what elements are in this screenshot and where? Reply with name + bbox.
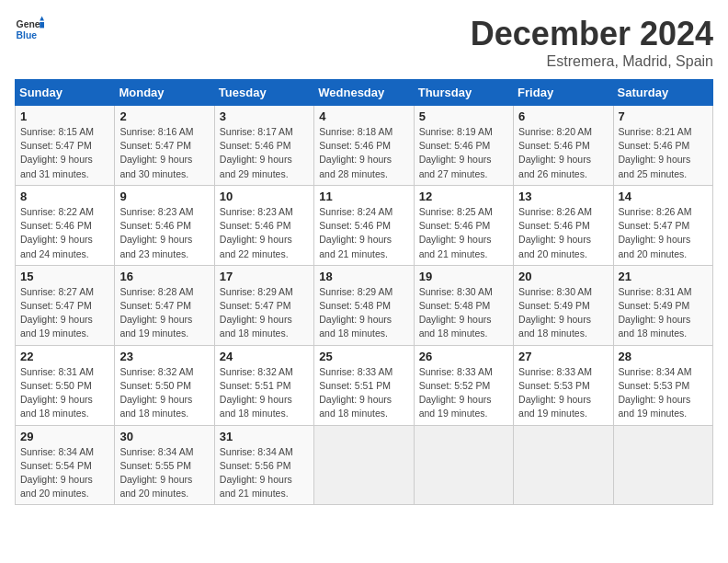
svg-text:Blue: Blue — [17, 30, 38, 40]
day-detail: Sunrise: 8:33 AMSunset: 5:53 PMDaylight:… — [518, 365, 608, 421]
calendar-day-cell — [514, 425, 613, 505]
title-area: December 2024 Estremera, Madrid, Spain — [471, 15, 713, 70]
calendar-day-cell — [414, 425, 513, 505]
day-number: 24 — [220, 350, 309, 363]
calendar-day-cell: 21Sunrise: 8:31 AMSunset: 5:49 PMDayligh… — [613, 265, 712, 345]
logo-icon: General Blue — [15, 15, 44, 44]
calendar-day-cell: 17Sunrise: 8:29 AMSunset: 5:47 PMDayligh… — [214, 265, 313, 345]
day-detail: Sunrise: 8:28 AMSunset: 5:47 PMDaylight:… — [119, 285, 209, 341]
day-detail: Sunrise: 8:29 AMSunset: 5:47 PMDaylight:… — [220, 285, 309, 341]
day-number: 31 — [220, 430, 309, 443]
day-number: 29 — [20, 430, 109, 443]
calendar-table: SundayMondayTuesdayWednesdayThursdayFrid… — [15, 79, 713, 505]
day-number: 6 — [518, 109, 608, 123]
day-detail: Sunrise: 8:29 AMSunset: 5:48 PMDaylight:… — [319, 285, 408, 341]
calendar-day-cell: 28Sunrise: 8:34 AMSunset: 5:53 PMDayligh… — [613, 345, 712, 425]
day-number: 5 — [419, 109, 508, 123]
calendar-day-cell: 3Sunrise: 8:17 AMSunset: 5:46 PMDaylight… — [214, 106, 313, 186]
calendar-day-cell: 22Sunrise: 8:31 AMSunset: 5:50 PMDayligh… — [16, 345, 115, 425]
day-number: 1 — [20, 109, 109, 123]
calendar-day-cell: 10Sunrise: 8:23 AMSunset: 5:46 PMDayligh… — [214, 185, 313, 265]
day-detail: Sunrise: 8:16 AMSunset: 5:47 PMDaylight:… — [119, 125, 209, 181]
day-detail: Sunrise: 8:30 AMSunset: 5:48 PMDaylight:… — [419, 285, 508, 341]
day-number: 18 — [319, 270, 408, 283]
day-number: 12 — [419, 190, 508, 203]
logo: General Blue — [15, 15, 44, 44]
day-number: 13 — [518, 190, 608, 203]
day-number: 23 — [119, 350, 209, 363]
month-title: December 2024 — [471, 15, 713, 53]
calendar-day-cell: 25Sunrise: 8:33 AMSunset: 5:51 PMDayligh… — [314, 345, 414, 425]
calendar-day-cell: 23Sunrise: 8:32 AMSunset: 5:50 PMDayligh… — [115, 345, 214, 425]
day-detail: Sunrise: 8:23 AMSunset: 5:46 PMDaylight:… — [119, 205, 209, 261]
calendar-day-cell: 27Sunrise: 8:33 AMSunset: 5:53 PMDayligh… — [514, 345, 613, 425]
location-title: Estremera, Madrid, Spain — [471, 53, 713, 70]
day-detail: Sunrise: 8:34 AMSunset: 5:54 PMDaylight:… — [20, 445, 109, 501]
day-number: 28 — [619, 350, 708, 363]
calendar-day-cell: 13Sunrise: 8:26 AMSunset: 5:46 PMDayligh… — [514, 185, 613, 265]
day-detail: Sunrise: 8:23 AMSunset: 5:46 PMDaylight:… — [220, 205, 309, 261]
calendar-day-cell: 8Sunrise: 8:22 AMSunset: 5:46 PMDaylight… — [16, 185, 115, 265]
day-number: 25 — [319, 350, 408, 363]
calendar-week-row: 1Sunrise: 8:15 AMSunset: 5:47 PMDaylight… — [16, 106, 713, 186]
calendar-day-cell — [613, 425, 712, 505]
calendar-day-cell: 26Sunrise: 8:33 AMSunset: 5:52 PMDayligh… — [414, 345, 513, 425]
day-detail: Sunrise: 8:32 AMSunset: 5:51 PMDaylight:… — [220, 365, 309, 421]
calendar-day-cell: 4Sunrise: 8:18 AMSunset: 5:46 PMDaylight… — [314, 106, 414, 186]
day-detail: Sunrise: 8:26 AMSunset: 5:47 PMDaylight:… — [619, 205, 708, 261]
day-detail: Sunrise: 8:26 AMSunset: 5:46 PMDaylight:… — [518, 205, 608, 261]
calendar-day-cell: 29Sunrise: 8:34 AMSunset: 5:54 PMDayligh… — [16, 425, 115, 505]
day-number: 11 — [319, 190, 408, 203]
day-number: 19 — [419, 270, 508, 283]
day-number: 17 — [220, 270, 309, 283]
day-number: 21 — [619, 270, 708, 283]
day-number: 20 — [518, 270, 608, 283]
calendar-day-cell — [314, 425, 414, 505]
day-detail: Sunrise: 8:17 AMSunset: 5:46 PMDaylight:… — [220, 125, 309, 181]
calendar-day-cell: 11Sunrise: 8:24 AMSunset: 5:46 PMDayligh… — [314, 185, 414, 265]
day-detail: Sunrise: 8:32 AMSunset: 5:50 PMDaylight:… — [119, 365, 209, 421]
calendar-day-cell: 5Sunrise: 8:19 AMSunset: 5:46 PMDaylight… — [414, 106, 513, 186]
calendar-day-cell: 19Sunrise: 8:30 AMSunset: 5:48 PMDayligh… — [414, 265, 513, 345]
day-number: 3 — [220, 109, 309, 123]
calendar-day-cell: 12Sunrise: 8:25 AMSunset: 5:46 PMDayligh… — [414, 185, 513, 265]
day-detail: Sunrise: 8:25 AMSunset: 5:46 PMDaylight:… — [419, 205, 508, 261]
day-number: 10 — [220, 190, 309, 203]
day-detail: Sunrise: 8:27 AMSunset: 5:47 PMDaylight:… — [20, 285, 109, 341]
calendar-day-cell: 30Sunrise: 8:34 AMSunset: 5:55 PMDayligh… — [115, 425, 214, 505]
calendar-day-cell: 24Sunrise: 8:32 AMSunset: 5:51 PMDayligh… — [214, 345, 313, 425]
calendar-week-row: 8Sunrise: 8:22 AMSunset: 5:46 PMDaylight… — [16, 185, 713, 265]
day-number: 26 — [419, 350, 508, 363]
day-number: 22 — [20, 350, 109, 363]
day-detail: Sunrise: 8:34 AMSunset: 5:55 PMDaylight:… — [119, 445, 209, 501]
calendar-day-cell: 20Sunrise: 8:30 AMSunset: 5:49 PMDayligh… — [514, 265, 613, 345]
svg-marker-3 — [40, 22, 44, 28]
day-number: 4 — [319, 109, 408, 123]
calendar-day-cell: 7Sunrise: 8:21 AMSunset: 5:46 PMDaylight… — [613, 106, 712, 186]
day-detail: Sunrise: 8:18 AMSunset: 5:46 PMDaylight:… — [319, 125, 408, 181]
calendar-day-cell: 31Sunrise: 8:34 AMSunset: 5:56 PMDayligh… — [214, 425, 313, 505]
calendar-day-cell: 15Sunrise: 8:27 AMSunset: 5:47 PMDayligh… — [16, 265, 115, 345]
day-number: 14 — [619, 190, 708, 203]
day-detail: Sunrise: 8:15 AMSunset: 5:47 PMDaylight:… — [20, 125, 109, 181]
day-detail: Sunrise: 8:21 AMSunset: 5:46 PMDaylight:… — [619, 125, 708, 181]
calendar-day-cell: 18Sunrise: 8:29 AMSunset: 5:48 PMDayligh… — [314, 265, 414, 345]
weekday-header-row: SundayMondayTuesdayWednesdayThursdayFrid… — [16, 80, 713, 106]
weekday-header-cell: Sunday — [16, 80, 115, 106]
day-detail: Sunrise: 8:24 AMSunset: 5:46 PMDaylight:… — [319, 205, 408, 261]
day-number: 27 — [518, 350, 608, 363]
day-number: 30 — [119, 430, 209, 443]
calendar-week-row: 15Sunrise: 8:27 AMSunset: 5:47 PMDayligh… — [16, 265, 713, 345]
calendar-day-cell: 16Sunrise: 8:28 AMSunset: 5:47 PMDayligh… — [115, 265, 214, 345]
day-detail: Sunrise: 8:22 AMSunset: 5:46 PMDaylight:… — [20, 205, 109, 261]
calendar-day-cell: 9Sunrise: 8:23 AMSunset: 5:46 PMDaylight… — [115, 185, 214, 265]
day-detail: Sunrise: 8:34 AMSunset: 5:53 PMDaylight:… — [619, 365, 708, 421]
weekday-header-cell: Tuesday — [214, 80, 313, 106]
day-detail: Sunrise: 8:30 AMSunset: 5:49 PMDaylight:… — [518, 285, 608, 341]
day-number: 8 — [20, 190, 109, 203]
weekday-header-cell: Monday — [115, 80, 214, 106]
calendar-day-cell: 14Sunrise: 8:26 AMSunset: 5:47 PMDayligh… — [613, 185, 712, 265]
day-detail: Sunrise: 8:31 AMSunset: 5:49 PMDaylight:… — [619, 285, 708, 341]
day-detail: Sunrise: 8:19 AMSunset: 5:46 PMDaylight:… — [419, 125, 508, 181]
day-number: 16 — [119, 270, 209, 283]
